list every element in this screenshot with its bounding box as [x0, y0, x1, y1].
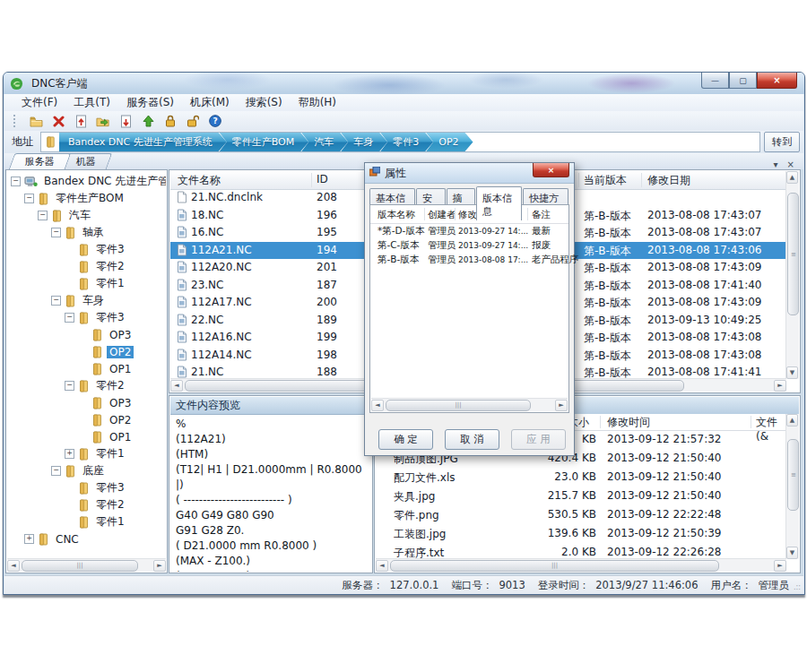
tree-node[interactable]: −轴承 [7, 224, 166, 241]
collapse-icon[interactable]: − [51, 228, 61, 237]
title-bar[interactable]: DNC客户端 — ▢ × [4, 73, 804, 94]
dialog-hscrollbar[interactable]: ◄ ||| ► [371, 398, 568, 411]
column-file-name[interactable]: 文件名称 [178, 173, 221, 188]
tree-node-label[interactable]: OP2 [107, 414, 134, 426]
collapse-icon[interactable]: − [38, 211, 48, 220]
collapse-icon[interactable]: − [51, 296, 61, 306]
tree-node-label[interactable]: 底座 [80, 463, 107, 478]
tree-node-label[interactable]: 汽车 [66, 208, 93, 223]
tree-node[interactable]: −零件2 [7, 377, 166, 394]
minimize-button[interactable]: — [701, 73, 729, 89]
breadcrumb-segment-4[interactable]: 零件3 [380, 133, 433, 151]
breadcrumb-segment-0[interactable]: Bandex DNC 先进生产管理系统 [59, 133, 227, 151]
breadcrumb-segment-1[interactable]: 零件生产BOM [220, 133, 309, 151]
tree-node-label[interactable]: OP3 [107, 329, 134, 341]
scroll-up-icon[interactable]: ▲ [786, 171, 798, 184]
menu-item-0[interactable]: 文件(F) [13, 94, 65, 111]
checkout-file-icon[interactable] [117, 113, 134, 129]
attachment-row[interactable]: 夹具.jpg215.7 KB2013-09-12 21:50:40 [376, 487, 786, 505]
address-field[interactable]: Bandex DNC 先进生产管理系统零件生产BOM汽车车身零件3OP2 [40, 132, 760, 152]
send-icon[interactable] [140, 113, 156, 129]
maximize-button[interactable]: ▢ [729, 73, 757, 89]
unlock-icon[interactable] [185, 113, 201, 129]
dialog-title-bar[interactable]: 属性 × [365, 163, 574, 184]
attachment-vscrollbar[interactable]: ▲ ≡ ▼ [785, 414, 799, 559]
scroll-down-icon[interactable]: ▼ [786, 547, 798, 559]
cancel-button[interactable]: 取 消 [445, 429, 499, 450]
attachment-row[interactable]: 零件.png530.5 KB2013-09-12 22:22:48 [376, 505, 786, 524]
version-table-header[interactable]: 版本名称 创建者 修改时间 备注 [370, 207, 568, 224]
file-list-vscrollbar[interactable]: ▲ ≡ ▼ [785, 171, 799, 379]
tree-node-label[interactable]: OP1 [107, 363, 134, 375]
scroll-right-icon[interactable]: ► [153, 560, 166, 572]
column-mod-time[interactable]: 修改时间 [607, 415, 650, 430]
close-button[interactable]: × [757, 73, 797, 89]
checkin-file-icon[interactable] [73, 113, 89, 129]
tree-node[interactable]: OP3 [7, 326, 166, 343]
tree-node-label[interactable]: 零件3 [93, 242, 127, 257]
tree-node[interactable]: −底座 [7, 462, 166, 479]
tree-node-label[interactable]: OP2 [107, 346, 134, 358]
tree-node-label[interactable]: OP1 [107, 431, 134, 444]
tree-hscrollbar[interactable]: ◄ ||| ► [7, 558, 166, 572]
delete-icon[interactable] [50, 113, 66, 129]
tree-node[interactable]: OP1 [7, 428, 166, 445]
scroll-up-icon[interactable]: ▲ [786, 414, 798, 426]
collapse-icon[interactable]: − [65, 381, 74, 391]
lock-icon[interactable] [162, 113, 178, 129]
scroll-down-icon[interactable]: ▼ [786, 366, 798, 379]
help-icon[interactable]: ? [207, 113, 223, 129]
toolbar-grip[interactable] [13, 115, 18, 127]
tree-node[interactable]: 零件1 [7, 275, 166, 292]
attachment-row[interactable]: 配刀文件.xls23.0 KB2013-09-12 21:50:40 [376, 468, 786, 487]
tree-node[interactable]: −零件3 [7, 309, 166, 326]
tree-node[interactable]: −车身 [7, 292, 166, 309]
version-row[interactable]: *第-D-版本管理员2013-09-27 14:...最新 [370, 224, 568, 238]
resize-grip[interactable]: .:: [794, 583, 801, 591]
tree-node[interactable]: −零件生产BOM [7, 190, 166, 207]
tree-node[interactable]: OP2 [7, 411, 166, 428]
open-folder-icon[interactable] [95, 113, 111, 129]
tree-node-label[interactable]: 车身 [80, 293, 107, 308]
pane-collapse-icon[interactable]: ▾ [774, 159, 778, 169]
scroll-left-icon[interactable]: ◄ [170, 380, 183, 392]
tree-node[interactable]: −Bandex DNC 先进生产管理系统 [7, 173, 166, 190]
tree-node-label[interactable]: 零件3 [93, 310, 127, 325]
tree-node[interactable]: 零件1 [7, 513, 166, 530]
tree-node-label[interactable]: 轴承 [80, 225, 107, 240]
tree-node[interactable]: 零件3 [7, 479, 166, 496]
tree-node-label[interactable]: 零件2 [93, 497, 127, 513]
tree-node[interactable]: 零件2 [7, 258, 166, 275]
menu-item-1[interactable]: 工具(T) [65, 94, 118, 111]
tree-node[interactable]: OP1 [7, 360, 166, 377]
tree-node-label[interactable]: 零件1 [93, 276, 127, 291]
column-version-name[interactable]: 版本名称 [377, 209, 415, 221]
collapse-icon[interactable]: − [51, 466, 61, 476]
attachment-row[interactable]: 子程序.txt2.0 KB2013-09-12 22:26:28 [376, 543, 786, 559]
tree-node[interactable]: OP3 [7, 394, 166, 411]
tree-node-label[interactable]: OP3 [107, 397, 134, 409]
attachment-row[interactable]: 工装图.jpg139.6 KB2013-09-12 21:50:39 [376, 524, 786, 543]
tree-node-label[interactable]: 零件2 [93, 259, 127, 274]
tree-node[interactable]: +CNC [7, 530, 166, 547]
expand-icon[interactable]: + [65, 449, 74, 459]
tree-node-label[interactable]: 零件3 [93, 480, 127, 495]
tree-node-label[interactable]: 零件生产BOM [53, 191, 126, 206]
expand-icon[interactable]: + [24, 534, 34, 544]
column-mod-date[interactable]: 修改日期 [647, 173, 690, 188]
column-version[interactable]: 当前版本 [584, 173, 627, 188]
scroll-left-icon[interactable]: ◄ [376, 560, 388, 572]
tree-node-label[interactable]: CNC [53, 533, 82, 546]
go-button[interactable]: 转到 [764, 132, 800, 152]
collapse-icon[interactable]: − [65, 313, 74, 323]
tree-node[interactable]: 零件2 [7, 496, 166, 513]
menu-item-4[interactable]: 搜索(S) [238, 94, 291, 111]
collapse-icon[interactable]: − [24, 194, 34, 203]
menu-item-5[interactable]: 帮助(H) [291, 94, 344, 111]
new-folder-icon[interactable] [28, 113, 44, 129]
tree-node-label[interactable]: 零件1 [93, 514, 127, 530]
ok-button[interactable]: 确 定 [378, 429, 433, 450]
tree-node-label[interactable]: 零件1 [93, 446, 127, 461]
tree-node-label[interactable]: 零件2 [93, 378, 127, 393]
scroll-left-icon[interactable]: ◄ [7, 560, 20, 572]
